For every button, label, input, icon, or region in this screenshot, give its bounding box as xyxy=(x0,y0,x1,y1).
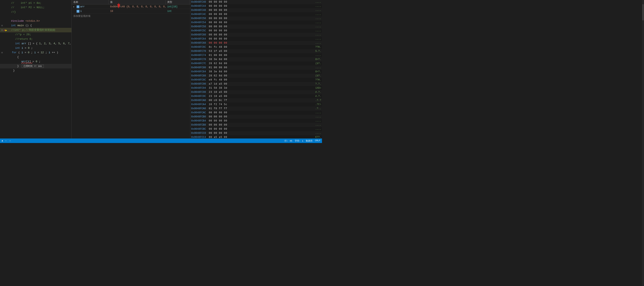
memory-row: 0x0048FC68 00 00 00 00.... xyxy=(190,41,322,45)
code-line: } xyxy=(0,68,72,73)
code-line: ⊟ for ( i = 0 ; i < 12 ; i xyxy=(0,50,72,55)
fold-icon[interactable]: ⊟ xyxy=(1,29,3,31)
memory-bytes: 23 10 a5 00 xyxy=(209,91,312,94)
memory-ascii: .... xyxy=(312,25,322,28)
code-area: // int* p1 = &a; // int* P2 = NULL; xyxy=(0,0,72,138)
memory-row: 0x0048FCC0 00 00 00 00.... xyxy=(190,131,322,135)
nav-prev-button[interactable]: ← xyxy=(6,140,7,142)
fold-icon[interactable]: ⊟ xyxy=(1,52,3,54)
add-watch-button[interactable]: 添加要监视的项 xyxy=(72,14,190,19)
memory-bytes: 8c fc 48 00 xyxy=(209,46,312,49)
memory-ascii: 8>?. xyxy=(312,58,322,61)
memory-row: 0x0048FCC4 80 a5 a5 00€??. xyxy=(190,135,322,138)
code-panel: // int* p1 = &a; // int* P2 = NULL; xyxy=(0,0,72,138)
line-gutter xyxy=(1,11,11,13)
memory-bytes: 28 62 8d 00 xyxy=(209,62,312,65)
nav-next-button[interactable]: → xyxy=(9,140,11,142)
line-gutter xyxy=(1,2,11,4)
memory-ascii: 8>?. xyxy=(312,70,322,73)
memory-row: 0x0048FC98 23 10 a5 00#.?. xyxy=(190,90,322,94)
memory-ascii: .... xyxy=(312,38,322,40)
line-content xyxy=(11,14,70,19)
line-gutter: ⊟ xyxy=(1,52,11,54)
memory-bytes: 00 00 00 00 xyxy=(209,42,312,45)
memory-address: 0x0048FCA8 xyxy=(190,107,209,110)
code-line: // int* p1 = &a; xyxy=(0,1,72,5)
memory-ascii: ??H. xyxy=(312,79,322,81)
memory-row: 0x0048FC48 00 00 00 00.... xyxy=(190,8,322,12)
variable-icon: ● xyxy=(76,10,80,13)
memory-ascii: .... xyxy=(312,132,322,135)
memory-row: 0x0048FCA0 00 c0 0c 7f.?.? xyxy=(190,98,322,102)
memory-bytes: 01 f8 ff ff xyxy=(209,107,312,110)
code-line: //} xyxy=(0,10,72,14)
memory-address: 0x0048FC48 xyxy=(190,9,209,12)
memory-ascii: .... xyxy=(312,54,322,57)
memory-bytes: 00 00 00 00 xyxy=(209,5,312,8)
line-content: int i = 0 ; xyxy=(11,46,70,50)
memory-row: 0x0048FC90 a7 1d a5 00?.?. xyxy=(190,82,322,86)
memory-address: 0x0048FC50 xyxy=(190,17,209,20)
function-name: main xyxy=(18,24,24,27)
line-gutter xyxy=(1,20,11,22)
memory-address: 0x0048FC6C xyxy=(190,46,209,49)
memory-address: 0x0048FC7C xyxy=(190,62,209,65)
memory-row: 0x0048FC80 01 00 00 00.... xyxy=(190,66,322,70)
code-line-exectime: } 已用时间 <= 1ms xyxy=(0,64,72,68)
watch-row-arr[interactable]: ▶ ● arr 0x0048fc40 {0, 0, 0, 0, 0, 0, 0,… xyxy=(72,5,190,9)
line-content: } xyxy=(11,68,70,73)
memory-row: 0x0048FC70 53 1f a5 00S.?. xyxy=(190,49,322,53)
fold-icon[interactable]: ⊟ xyxy=(1,24,3,27)
memory-ascii: .... xyxy=(312,21,322,24)
line-gutter: ⊟ xyxy=(1,24,11,27)
memory-bytes: 00 00 00 00 xyxy=(209,17,312,20)
encoding-info: 制表符 xyxy=(306,139,312,142)
watch-col-name-header: 名称 xyxy=(72,0,108,4)
memory-row: 0x0048FC5C 00 00 00 00.... xyxy=(190,29,322,33)
memory-row: 0x0048FC54 00 00 00 00.... xyxy=(190,21,322,25)
breakpoint-indicator xyxy=(1,2,2,4)
code-line: arr[i] = 0 ; xyxy=(0,59,72,64)
memory-address: 0x0048FCB0 xyxy=(190,115,209,118)
memory-ascii: .... xyxy=(312,119,322,122)
memory-address: 0x0048FCA0 xyxy=(190,99,209,102)
memory-bytes: 00 00 00 00 xyxy=(209,21,312,24)
memory-row: 0x0048FC64 00 00 00 00.... xyxy=(190,37,322,41)
line-gutter xyxy=(1,7,11,9)
breakpoint-indicator xyxy=(1,7,2,9)
memory-bytes: 01 00 00 00 xyxy=(209,54,312,57)
memory-row: 0x0048FC94 31 58 38 3d1X8= xyxy=(190,86,322,90)
line-content: // int* P2 = NULL; xyxy=(11,5,70,10)
memory-address: 0x0048FC68 xyxy=(190,42,209,45)
memory-ascii: .... xyxy=(312,17,322,20)
memory-bytes: 00 00 00 00 xyxy=(209,9,312,12)
code-comment: //} xyxy=(11,11,16,14)
expand-icon[interactable]: ▶ xyxy=(73,6,76,8)
memory-panel: 0x0048FC40 00 00 00 00....0x0048FC44 00 … xyxy=(190,0,322,138)
memory-address: 0x0048FCA4 xyxy=(190,103,209,106)
memory-row: 0x0048FCA4 16 f2 74 5c.?t\ xyxy=(190,102,322,107)
memory-address: 0x0048FCB8 xyxy=(190,124,209,126)
code-comment: // int* p1 = &a; xyxy=(11,2,41,5)
memory-bytes: 00 00 00 00 xyxy=(209,33,312,36)
memory-row: 0x0048FC50 00 00 00 00.... xyxy=(190,17,322,21)
code-line: int i = 0 ; xyxy=(0,46,72,50)
memory-bytes: 28 62 8d 00 xyxy=(209,74,312,77)
watch-row-i[interactable]: ● i 10 int xyxy=(72,9,190,14)
memory-ascii: .... xyxy=(312,42,322,45)
memory-row: 0x0048FC9C 23 10 a5 00#.?. xyxy=(190,94,322,98)
memory-ascii: #.?. xyxy=(312,95,322,98)
memory-row: 0x0048FCB4 00 00 00 00.... xyxy=(190,119,322,123)
memory-ascii: .?t\ xyxy=(312,103,322,106)
memory-rows: 0x0048FC40 00 00 00 00....0x0048FC44 00 … xyxy=(190,0,322,138)
line-content: //*p = 20; xyxy=(11,32,70,37)
line-content: arr[i] = 0 ; xyxy=(11,59,70,64)
memory-row: 0x0048FCAC 00 00 00 00.... xyxy=(190,111,322,115)
watch-cell-arr-value: 0x0048fc40 {0, 0, 0, 0, 0, 0, 0, 0, 0, 0… xyxy=(108,5,166,8)
char-info: 字符: 1 xyxy=(295,139,303,142)
watch-header: 名称 值 类型 xyxy=(72,0,190,5)
memory-address: 0x0048FC44 xyxy=(190,5,209,8)
memory-row: 0x0048FCB8 00 00 00 00.... xyxy=(190,123,322,127)
memory-row: 0x0048FC88 28 62 8d 00(b?. xyxy=(190,74,322,78)
memory-ascii: .?.. xyxy=(312,107,322,110)
